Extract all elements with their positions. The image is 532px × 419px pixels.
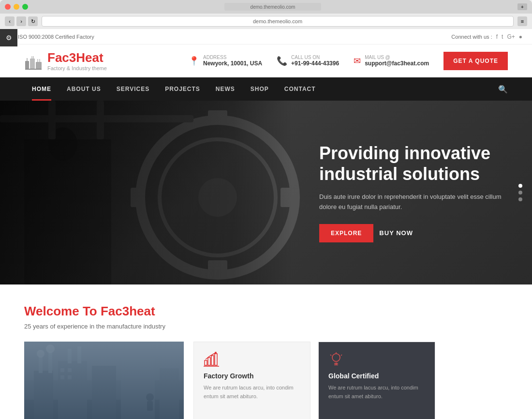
certification-text: ISO 9000:2008 Certified Factory	[18, 34, 94, 40]
service-desc-growth: We are rutrum lacus arcu, into condim en…	[204, 384, 300, 401]
svg-rect-27	[121, 359, 155, 419]
social-bar: Connect with us : f t G+ ●	[451, 33, 522, 40]
service-desc-certified: We are rutrum lacus arcu, into condim en…	[328, 384, 425, 401]
explore-button[interactable]: EXPLORE	[319, 224, 373, 242]
svg-rect-7	[39, 59, 40, 62]
svg-rect-44	[215, 354, 217, 365]
logo-tagline: Factory & Industry theme	[47, 65, 107, 71]
tab-title: demo.themeolio.com	[251, 4, 296, 10]
svg-rect-8	[25, 69, 42, 70]
phone-item: 📞 Call Us On +91-99-444-43396	[277, 55, 339, 67]
svg-point-46	[215, 352, 217, 354]
nav-item-services[interactable]: SERVICES	[109, 77, 157, 101]
minimize-button[interactable]	[14, 4, 19, 10]
svg-rect-21	[24, 342, 184, 419]
menu-button[interactable]: ≡	[517, 16, 527, 26]
svg-rect-26	[92, 366, 116, 419]
hero-buttons: EXPLORE BUY NOW	[319, 224, 503, 242]
logo-brand: Fac3Heat	[47, 50, 107, 65]
nav-item-about[interactable]: ABOUT US	[59, 77, 109, 101]
nav-item-shop[interactable]: SHOP	[243, 77, 277, 101]
certification-bar: ★ ISO 9000:2008 Certified Factory	[10, 33, 94, 40]
search-icon[interactable]: 🔍	[498, 85, 508, 94]
svg-rect-37	[60, 375, 64, 379]
site-nav: HOME ABOUT US SERVICES PROJECTS NEWS SHO…	[0, 77, 532, 101]
svg-line-52	[330, 355, 331, 356]
svg-line-53	[341, 355, 342, 356]
googleplus-icon[interactable]: G+	[507, 33, 515, 40]
phone-icon: 📞	[277, 56, 287, 66]
nav-link-projects[interactable]: PROJECTS	[157, 77, 208, 101]
svg-rect-38	[68, 375, 72, 379]
nav-item-contact[interactable]: CONTACT	[277, 77, 324, 101]
svg-rect-32	[77, 346, 81, 363]
svg-rect-3	[31, 56, 32, 59]
svg-point-34	[46, 344, 55, 353]
get-quote-button[interactable]: GET A QUOTE	[443, 52, 508, 70]
nav-link-news[interactable]: NEWS	[208, 77, 243, 101]
svg-rect-2	[30, 59, 35, 69]
maximize-button[interactable]	[22, 4, 28, 10]
bulb-icon	[328, 352, 344, 367]
svg-rect-29	[39, 356, 43, 373]
welcome-highlight: Welcome	[24, 304, 79, 318]
indicator-2[interactable]	[518, 191, 522, 195]
forward-button[interactable]: ›	[16, 16, 26, 26]
welcome-image	[24, 342, 184, 419]
welcome-rest: To Fac3heat	[79, 304, 155, 318]
site-header: Fac3Heat Factory & Industry theme 📍 Addr…	[0, 45, 532, 77]
nav-item-home[interactable]: HOME	[24, 77, 59, 101]
svg-rect-30	[48, 351, 52, 373]
welcome-title: Welcome To Fac3heat	[24, 304, 508, 319]
factory-svg	[24, 342, 184, 419]
phone-value: +91-99-444-43396	[291, 60, 339, 67]
welcome-section: Welcome To Fac3heat 25 years of experien…	[0, 284, 532, 419]
nav-item-projects[interactable]: PROJECTS	[157, 77, 208, 101]
nav-link-home[interactable]: HOME	[24, 77, 59, 101]
close-button[interactable]	[5, 4, 11, 10]
service-card-certified: Global Certified We are rutrum lacus arc…	[318, 342, 435, 419]
indicator-3[interactable]	[518, 197, 522, 201]
svg-rect-41	[205, 360, 207, 365]
chart-icon	[204, 352, 219, 367]
logo-suffix: Heat	[76, 50, 103, 65]
new-tab-button[interactable]: +	[517, 3, 527, 10]
email-label: Mail Us @	[365, 55, 429, 60]
url-bar[interactable]: demo.themeolio.com	[42, 16, 514, 27]
nav-link-services[interactable]: SERVICES	[109, 77, 157, 101]
svg-point-39	[146, 393, 154, 401]
svg-rect-31	[68, 349, 72, 363]
twitter-icon[interactable]: t	[502, 33, 503, 40]
nav-link-shop[interactable]: SHOP	[243, 77, 277, 101]
facebook-icon[interactable]: f	[496, 33, 498, 40]
hero-section: Providing innovative industrial solution…	[0, 101, 532, 284]
back-button[interactable]: ‹	[5, 16, 15, 26]
logo-prefix: Fac	[47, 50, 69, 65]
nav-link-contact[interactable]: CONTACT	[277, 77, 324, 101]
slide-indicators	[518, 184, 522, 201]
svg-rect-22	[24, 342, 184, 380]
tab-bar: demo.themeolio.com	[224, 3, 321, 11]
welcome-subtitle: 25 years of experience in the manufactur…	[24, 323, 508, 330]
indicator-1[interactable]	[518, 184, 522, 188]
hero-overlay	[0, 101, 293, 284]
nav-item-news[interactable]: NEWS	[208, 77, 243, 101]
phone-label: Call Us On	[291, 55, 339, 60]
services-grid: Factory Growth We are rutrum lacus arcu,…	[193, 342, 435, 419]
svg-rect-43	[211, 356, 214, 365]
refresh-button[interactable]: ↻	[28, 16, 38, 26]
email-icon: ✉	[354, 56, 361, 66]
rss-icon[interactable]: ●	[519, 33, 522, 40]
svg-point-47	[332, 354, 340, 361]
service-card-growth: Factory Growth We are rutrum lacus arcu,…	[193, 342, 310, 419]
email-item: ✉ Mail Us @ support@fac3heat.com	[354, 55, 429, 67]
welcome-image-col: Praesent dolor tortor, tempus in aliquam…	[24, 342, 184, 419]
nav-link-about[interactable]: ABOUT US	[59, 77, 109, 101]
welcome-grid: Praesent dolor tortor, tempus in aliquam…	[24, 342, 508, 419]
connect-label: Connect with us :	[451, 34, 492, 40]
svg-rect-28	[160, 368, 179, 419]
email-value: support@fac3heat.com	[365, 60, 429, 67]
svg-rect-36	[68, 368, 72, 372]
buynow-button[interactable]: BUY NOW	[379, 229, 413, 237]
settings-button[interactable]: ⚙	[0, 29, 17, 46]
